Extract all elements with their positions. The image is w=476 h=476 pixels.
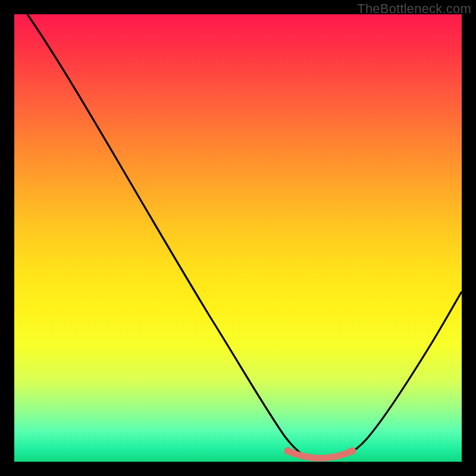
curve-layer xyxy=(14,14,462,462)
highlight-end-left xyxy=(284,447,292,455)
highlight-end-right xyxy=(349,447,356,455)
bottleneck-curve xyxy=(27,14,462,459)
plot-area xyxy=(14,14,462,462)
chart-frame: TheBottleneck.com xyxy=(0,0,476,476)
highlight-segment xyxy=(288,451,352,458)
